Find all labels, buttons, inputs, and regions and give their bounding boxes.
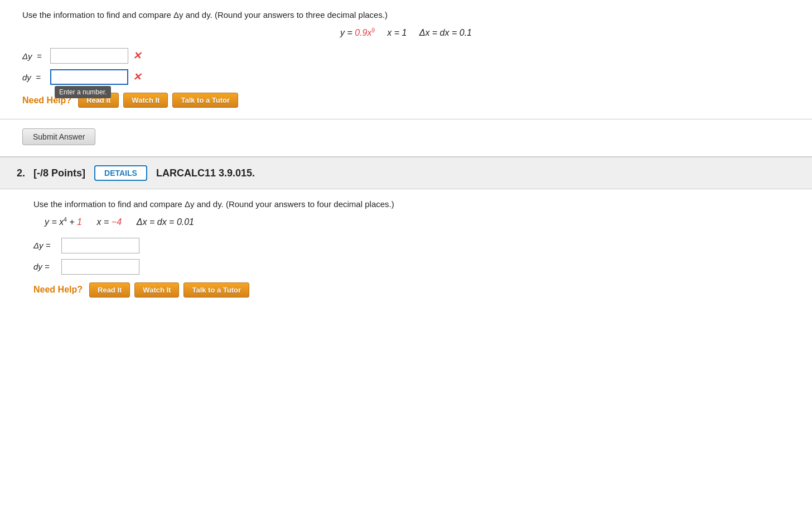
q1-formula-y: y = 0.9x9 [340,28,375,37]
q1-instructions: Use the information to find and compare … [22,10,790,20]
q2-watch-it-button[interactable]: Watch It [134,282,179,298]
submit-answer-button[interactable]: Submit Answer [22,128,95,145]
q2-delta-y-row: Δy = [33,238,790,253]
q1-need-help-row: Need Help? Read It Watch It Talk to a Tu… [22,93,790,108]
dy-row: dy = ✕ Enter a number. [22,69,790,85]
dy-input[interactable] [50,69,128,85]
q1-talk-to-tutor-button[interactable]: Talk to a Tutor [172,93,238,108]
q2-details-badge[interactable]: DETAILS [94,165,147,181]
submit-section: Submit Answer [0,119,812,157]
q2-delta-y-label: Δy = [33,241,61,250]
q2-dy-row: dy = [33,259,790,275]
dy-label: dy = [22,73,50,82]
q2-formula: y = x4 + 1 x = −4 Δx = dx = 0.01 [45,217,790,227]
q2-delta-y-input[interactable] [61,238,139,253]
question-2-header: 2. [-/8 Points] DETAILS LARCALC11 3.9.01… [0,157,812,189]
q2-question-id: LARCALC11 3.9.015. [156,167,255,179]
page-wrapper: Use the information to find and compare … [0,0,812,311]
q1-watch-it-button[interactable]: Watch It [123,93,168,108]
q1-formula-dx: Δx = dx = 0.1 [419,28,472,37]
q2-talk-to-tutor-button[interactable]: Talk to a Tutor [183,282,249,298]
delta-y-error-icon: ✕ [133,50,141,62]
q2-read-it-button[interactable]: Read It [89,282,130,298]
q2-need-help-label: Need Help? [33,285,83,295]
q2-instructions: Use the information to find and compare … [33,199,790,209]
question-2-content: Use the information to find and compare … [0,189,812,310]
q1-formula-x: x = 1 [387,28,407,37]
dy-error-icon: ✕ [133,71,141,83]
delta-y-row: Δy = ✕ [22,48,790,64]
question-1-content: Use the information to find and compare … [0,0,812,119]
q2-need-help-row: Need Help? Read It Watch It Talk to a Tu… [33,282,790,298]
delta-y-input[interactable] [50,48,128,64]
delta-y-label: Δy = [22,51,50,61]
dy-tooltip: Enter a number. [55,86,111,98]
q2-dy-input[interactable] [61,259,139,275]
q2-number: 2. [-/8 Points] [17,167,85,179]
q1-formula: y = 0.9x9 x = 1 Δx = dx = 0.1 [22,27,790,38]
q2-dy-label: dy = [33,262,61,271]
